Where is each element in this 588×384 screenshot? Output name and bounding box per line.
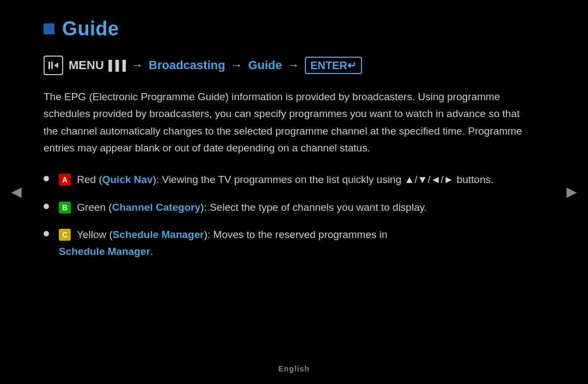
guide-label: Guide <box>248 58 282 72</box>
nav-arrow-left[interactable]: ◄ <box>7 176 26 209</box>
list-item: A Red (Quick Nav): Viewing the TV progra… <box>44 172 544 188</box>
nav-arrow-right[interactable]: ► <box>562 176 581 209</box>
badge-green: B <box>59 202 71 214</box>
enter-icon: ENTER↵ <box>305 57 362 74</box>
color-name-yellow: Yellow ( <box>77 229 113 240</box>
list-item: B Green (Channel Category): Select the t… <box>44 199 544 216</box>
left-arrow-icon: ◄ <box>8 182 25 202</box>
color-name-red: Red ( <box>77 174 102 185</box>
bullet-list: A Red (Quick Nav): Viewing the TV progra… <box>44 172 544 260</box>
bullet-3-text: ): Moves to the reserved programmes in <box>204 229 388 240</box>
language-label: English <box>278 364 310 373</box>
enter-label: ENTER <box>310 59 347 72</box>
bullet-content-1: A Red (Quick Nav): Viewing the TV progra… <box>59 172 493 188</box>
title-square-icon <box>44 23 54 34</box>
description-text: The EPG (Electronic Programme Guide) inf… <box>44 88 534 156</box>
bullet-dot <box>44 204 49 209</box>
right-arrow-icon: ► <box>563 182 580 202</box>
title-row: Guide <box>44 17 544 40</box>
bullet-content-3: C Yellow (Schedule Manager): Moves to th… <box>59 227 388 260</box>
quick-nav-label: Quick Nav <box>102 174 153 185</box>
bullet-2-text: ): Select the type of channels you want … <box>200 202 427 213</box>
schedule-manager-link: Schedule Manager <box>59 246 150 257</box>
page-title: Guide <box>62 17 119 40</box>
list-item: C Yellow (Schedule Manager): Moves to th… <box>44 227 544 260</box>
bullet-3-suffix: . <box>150 246 153 257</box>
svg-rect-1 <box>51 62 53 69</box>
bullet-dot <box>44 231 49 236</box>
menu-label: MENU <box>69 58 104 72</box>
bullet-1-text: ): Viewing the TV programmes on the list… <box>153 174 494 185</box>
broadcasting-label: Broadcasting <box>149 58 225 72</box>
arrow-3: → <box>287 58 299 72</box>
bullet-dot <box>44 176 49 181</box>
color-name-green: Green ( <box>77 202 112 213</box>
svg-rect-0 <box>48 62 50 69</box>
badge-yellow: C <box>59 229 71 241</box>
badge-red: A <box>59 174 71 186</box>
menu-path-row: MENU ▐▐▐ → Broadcasting → Guide → ENTER↵ <box>44 56 544 75</box>
menu-m-bars: ▐▐▐ <box>105 60 126 71</box>
arrow-1: → <box>131 58 143 72</box>
menu-icon <box>44 56 63 75</box>
bullet-content-2: B Green (Channel Category): Select the t… <box>59 199 427 216</box>
arrow-2: → <box>231 58 243 72</box>
footer: English <box>278 364 310 373</box>
page-container: Guide MENU ▐▐▐ → Broadcasting → Guide → … <box>0 0 588 384</box>
channel-category-label: Channel Category <box>112 202 201 213</box>
schedule-manager-label: Schedule Manager <box>113 229 204 240</box>
